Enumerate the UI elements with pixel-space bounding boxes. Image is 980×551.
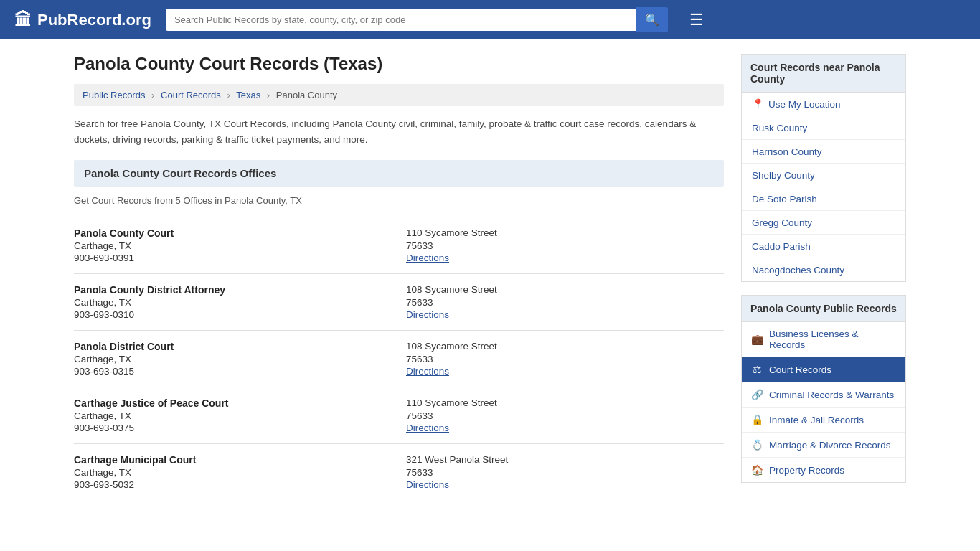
- breadcrumb: Public Records › Court Records › Texas ›…: [74, 84, 724, 106]
- office-phone: 903-693-0315: [74, 366, 392, 377]
- office-phone: 903-693-0310: [74, 309, 392, 320]
- directions-link[interactable]: Directions: [406, 253, 449, 263]
- logo-icon: 🏛: [14, 10, 32, 30]
- nearby-county-item[interactable]: De Soto Parish: [742, 187, 905, 211]
- office-phone: 903-693-0375: [74, 423, 392, 433]
- nearby-county-link[interactable]: Gregg County: [752, 217, 812, 228]
- page-title: Panola County Court Records (Texas): [74, 54, 724, 74]
- records-item-link[interactable]: Criminal Records & Warrants: [769, 390, 894, 400]
- sidebar: Court Records near Panola County 📍 Use M…: [741, 54, 906, 500]
- office-address-street: 110 Sycamore Street: [406, 397, 724, 409]
- office-name: Panola County District Attorney: [74, 284, 392, 296]
- office-card: Panola County District Attorney 108 Syca…: [74, 274, 724, 331]
- records-item-icon: 🏠: [750, 464, 763, 476]
- search-wrapper: 🔍: [166, 7, 668, 32]
- office-address-street: 321 West Panola Street: [406, 454, 724, 466]
- office-name: Carthage Justice of Peace Court: [74, 397, 392, 409]
- records-item-icon: ⚖: [750, 364, 763, 375]
- office-zip: 75633: [406, 410, 724, 421]
- office-city: Carthage, TX: [74, 410, 392, 421]
- records-item-link[interactable]: Marriage & Divorce Records: [769, 440, 891, 451]
- records-item-link[interactable]: Inmate & Jail Records: [769, 415, 864, 425]
- nearby-county-item[interactable]: Rusk County: [742, 116, 905, 140]
- site-header: 🏛 PubRecord.org 🔍 ☰: [0, 0, 980, 39]
- records-section: Panola County Public Records 💼 Business …: [741, 295, 906, 483]
- breadcrumb-sep-3: ›: [267, 90, 270, 100]
- directions-link[interactable]: Directions: [406, 309, 449, 320]
- records-list-item[interactable]: 🔒 Inmate & Jail Records: [742, 408, 905, 433]
- office-zip: 75633: [406, 467, 724, 478]
- nearby-county-item[interactable]: Nacogdoches County: [742, 258, 905, 281]
- records-title: Panola County Public Records: [742, 296, 905, 322]
- content-area: Panola County Court Records (Texas) Publ…: [74, 54, 724, 500]
- records-item-icon: 💼: [750, 334, 763, 345]
- directions-link[interactable]: Directions: [406, 423, 449, 433]
- nearby-list: 📍 Use My Location Rusk CountyHarrison Co…: [742, 93, 905, 281]
- records-list-item[interactable]: ⚖ Court Records: [742, 357, 905, 382]
- offices-list: Panola County Court 110 Sycamore Street …: [74, 217, 724, 500]
- office-card: Carthage Justice of Peace Court 110 Syca…: [74, 387, 724, 444]
- office-city: Carthage, TX: [74, 240, 392, 251]
- search-icon: 🔍: [645, 14, 659, 26]
- use-location-link[interactable]: Use My Location: [768, 99, 841, 110]
- nearby-county-link[interactable]: Harrison County: [752, 146, 822, 157]
- records-item-link[interactable]: Court Records: [769, 364, 831, 375]
- office-address-street: 110 Sycamore Street: [406, 227, 724, 239]
- records-item-link[interactable]: Property Records: [769, 465, 844, 476]
- office-city: Carthage, TX: [74, 467, 392, 478]
- search-button[interactable]: 🔍: [636, 7, 668, 32]
- office-directions[interactable]: Directions: [406, 366, 724, 377]
- records-list-item[interactable]: 💼 Business Licenses & Records: [742, 322, 905, 357]
- nearby-section: Court Records near Panola County 📍 Use M…: [741, 54, 906, 282]
- office-directions[interactable]: Directions: [406, 479, 724, 490]
- breadcrumb-texas[interactable]: Texas: [236, 90, 260, 100]
- office-card: Panola County Court 110 Sycamore Street …: [74, 217, 724, 274]
- breadcrumb-public-records[interactable]: Public Records: [83, 90, 145, 100]
- location-icon: 📍: [752, 98, 764, 110]
- breadcrumb-court-records[interactable]: Court Records: [161, 90, 221, 100]
- office-directions[interactable]: Directions: [406, 309, 724, 320]
- office-name: Panola County Court: [74, 227, 392, 239]
- breadcrumb-sep-1: ›: [151, 90, 154, 100]
- offices-section-header: Panola County Court Records Offices: [74, 160, 724, 187]
- office-address-street: 108 Sycamore Street: [406, 284, 724, 296]
- directions-link[interactable]: Directions: [406, 479, 449, 490]
- nearby-county-item[interactable]: Shelby County: [742, 164, 905, 187]
- records-item-icon: 🔒: [750, 414, 763, 425]
- office-phone: 903-693-5032: [74, 479, 392, 490]
- nearby-county-link[interactable]: De Soto Parish: [752, 194, 817, 204]
- nearby-county-item[interactable]: Gregg County: [742, 211, 905, 235]
- records-item-icon: 💍: [750, 439, 763, 451]
- office-zip: 75633: [406, 354, 724, 364]
- nearby-county-link[interactable]: Shelby County: [752, 170, 815, 181]
- nearby-county-link[interactable]: Caddo Parish: [752, 241, 811, 252]
- office-zip: 75633: [406, 297, 724, 308]
- office-directions[interactable]: Directions: [406, 253, 724, 263]
- nearby-county-item[interactable]: Caddo Parish: [742, 235, 905, 258]
- records-list-item[interactable]: 🔗 Criminal Records & Warrants: [742, 382, 905, 408]
- records-list: 💼 Business Licenses & Records ⚖ Court Re…: [742, 322, 905, 482]
- offices-subtitle: Get Court Records from 5 Offices in Pano…: [74, 195, 724, 206]
- office-name: Panola District Court: [74, 341, 392, 352]
- records-list-item[interactable]: 🏠 Property Records: [742, 458, 905, 482]
- menu-icon: ☰: [689, 11, 704, 29]
- office-zip: 75633: [406, 240, 724, 251]
- nearby-county-item[interactable]: Harrison County: [742, 140, 905, 164]
- office-city: Carthage, TX: [74, 297, 392, 308]
- use-location-item[interactable]: 📍 Use My Location: [742, 93, 905, 116]
- office-city: Carthage, TX: [74, 354, 392, 364]
- records-item-link[interactable]: Business Licenses & Records: [769, 329, 897, 350]
- office-directions[interactable]: Directions: [406, 423, 724, 433]
- records-list-item[interactable]: 💍 Marriage & Divorce Records: [742, 433, 905, 458]
- nearby-county-link[interactable]: Rusk County: [752, 123, 807, 133]
- menu-button[interactable]: ☰: [689, 11, 704, 29]
- breadcrumb-panola-county: Panola County: [276, 90, 337, 100]
- nearby-county-link[interactable]: Nacogdoches County: [752, 265, 844, 276]
- directions-link[interactable]: Directions: [406, 366, 449, 377]
- search-input[interactable]: [166, 9, 636, 31]
- site-logo[interactable]: 🏛 PubRecord.org: [14, 10, 151, 30]
- office-phone: 903-693-0391: [74, 253, 392, 263]
- breadcrumb-sep-2: ›: [227, 90, 230, 100]
- office-card: Carthage Municipal Court 321 West Panola…: [74, 444, 724, 500]
- main-container: Panola County Court Records (Texas) Publ…: [60, 39, 920, 514]
